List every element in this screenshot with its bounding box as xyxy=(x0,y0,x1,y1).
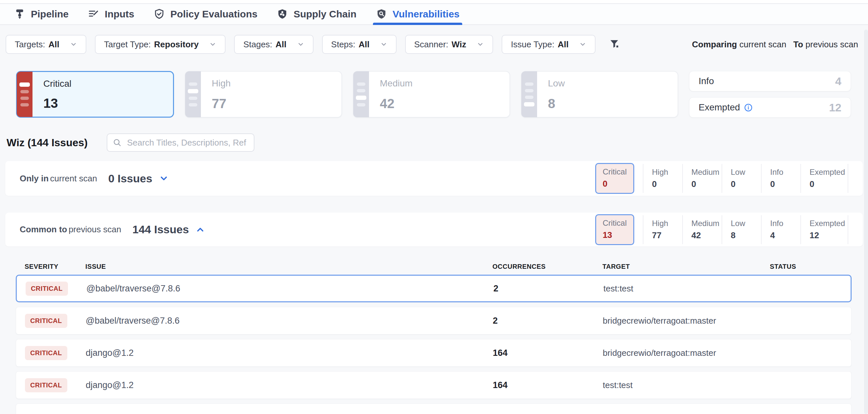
info-card-label: Info xyxy=(699,76,714,86)
comparing-scan: previous scan xyxy=(806,39,858,49)
chip-count: 0 xyxy=(731,179,761,189)
chip-medium[interactable]: Medium 0 xyxy=(682,164,721,193)
filter-value: All xyxy=(275,39,286,50)
severity-card-count: 77 xyxy=(212,96,335,111)
chip-exempted[interactable]: Exempted 12 xyxy=(800,215,848,244)
table-row[interactable]: CRITICAL @babel/traverse@7.8.6 2 test:te… xyxy=(16,275,851,302)
chip-critical[interactable]: Critical 13 xyxy=(595,214,634,245)
filter-stages[interactable]: Stages: All xyxy=(234,35,313,54)
tab-label: Supply Chain xyxy=(293,8,356,20)
col-severity: SEVERITY xyxy=(25,263,85,270)
filter-label: Stages: xyxy=(243,39,272,50)
comparing-to: To xyxy=(794,39,803,49)
filter-targets[interactable]: Targets: All xyxy=(6,35,86,54)
filter-label: Target Type: xyxy=(104,39,151,50)
filter-label: Scanner: xyxy=(414,39,448,50)
chip-info[interactable]: Info 4 xyxy=(761,215,800,244)
table-row-partial[interactable] xyxy=(16,404,851,414)
table-row[interactable]: CRITICAL @babel/traverse@7.8.6 2 bridgec… xyxy=(16,307,851,334)
supply-chain-icon xyxy=(276,8,288,20)
severity-card-critical[interactable]: Critical 13 xyxy=(16,71,174,118)
tab-inputs[interactable]: Inputs xyxy=(88,4,134,24)
severity-card-label: High xyxy=(212,78,335,89)
occurrences-cell: 2 xyxy=(493,284,603,294)
chip-info[interactable]: Info 0 xyxy=(761,164,800,193)
occurrences-cell: 164 xyxy=(493,348,603,358)
target-cell: test:test xyxy=(603,380,770,390)
chip-high[interactable]: High 0 xyxy=(643,164,682,193)
chip-low[interactable]: Low 8 xyxy=(721,215,761,244)
chip-high[interactable]: High 77 xyxy=(643,215,682,244)
col-occurrences: OCCURRENCES xyxy=(492,263,602,270)
chip-label: High xyxy=(652,168,682,177)
filter-steps[interactable]: Steps: All xyxy=(322,35,397,54)
issue-cell: django@1.2 xyxy=(86,380,493,390)
severity-card-medium[interactable]: Medium 42 xyxy=(353,71,510,118)
group-only-in-current-scan: Only in current scan 0 Issues Critical 0… xyxy=(5,161,863,196)
chip-label: Critical xyxy=(603,167,627,176)
occurrences-cell: 2 xyxy=(493,316,603,326)
filter-value: All xyxy=(49,39,59,50)
filter-scanner[interactable]: Scanner: Wiz xyxy=(405,35,493,54)
chip-count: 13 xyxy=(603,230,627,240)
chevron-down-icon xyxy=(297,41,304,48)
filter-value: All xyxy=(558,39,568,50)
exempted-card[interactable]: Exempted 12 xyxy=(689,97,851,118)
chip-count: 0 xyxy=(603,179,627,189)
col-target: TARGET xyxy=(602,263,770,270)
pipeline-icon xyxy=(14,8,26,20)
chip-medium[interactable]: Medium 42 xyxy=(682,215,721,244)
comparing-bold: Comparing xyxy=(692,39,737,49)
tab-bar: Pipeline Inputs Policy Evaluations Suppl… xyxy=(0,3,868,25)
filter-clear-icon[interactable] xyxy=(609,38,621,51)
filter-label: Issue Type: xyxy=(511,39,555,50)
tab-policy-evaluations[interactable]: Policy Evaluations xyxy=(153,4,257,24)
search-input[interactable] xyxy=(107,134,254,152)
table-row[interactable]: CRITICAL django@1.2 164 bridgecrewio/ter… xyxy=(16,339,851,367)
group-common-to-previous-scan: Common to previous scan 144 Issues Criti… xyxy=(5,213,863,246)
chip-exempted[interactable]: Exempted 0 xyxy=(800,164,848,193)
info-card[interactable]: Info 4 xyxy=(689,71,851,91)
chevron-down-icon[interactable] xyxy=(159,174,169,183)
chip-critical[interactable]: Critical 0 xyxy=(595,163,634,194)
filter-label: Steps: xyxy=(331,39,355,50)
severity-card-count: 8 xyxy=(548,96,671,111)
side-cards: Info 4 Exempted 12 xyxy=(689,71,851,118)
group-issue-count: 144 Issues xyxy=(132,223,189,236)
search-box xyxy=(107,134,254,152)
tab-pipeline[interactable]: Pipeline xyxy=(14,4,69,24)
severity-chips: Critical 0 High 0 Medium 0 Low 0 Info 0 … xyxy=(595,163,848,194)
chip-low[interactable]: Low 0 xyxy=(721,164,761,193)
severity-meter-icon xyxy=(185,71,201,117)
filter-target-type[interactable]: Target Type: Repository xyxy=(95,35,225,54)
chip-label: Low xyxy=(731,168,761,177)
chip-count: 0 xyxy=(652,179,682,189)
scrollbar[interactable] xyxy=(864,30,868,414)
occurrences-cell: 164 xyxy=(493,380,603,390)
chip-label: Medium xyxy=(691,219,721,228)
tab-vulnerabilities[interactable]: Vulnerabilities xyxy=(376,4,460,24)
severity-card-high[interactable]: High 77 xyxy=(185,71,342,118)
severity-card-label: Medium xyxy=(380,78,503,89)
severity-card-low[interactable]: Low 8 xyxy=(521,71,678,118)
chevron-down-icon xyxy=(477,41,484,48)
chip-label: Critical xyxy=(603,218,627,228)
group-issue-count: 0 Issues xyxy=(108,172,152,185)
chip-count: 0 xyxy=(770,179,800,189)
comparing-label: Comparing current scan To previous scan xyxy=(692,39,858,50)
table-row[interactable]: CRITICAL django@1.2 164 test:test xyxy=(16,371,851,399)
severity-badge: CRITICAL xyxy=(25,378,67,392)
filter-issue-type[interactable]: Issue Type: All xyxy=(502,35,595,54)
chevron-up-icon[interactable] xyxy=(195,225,205,235)
tab-supply-chain[interactable]: Supply Chain xyxy=(276,4,356,24)
info-icon[interactable] xyxy=(744,103,753,112)
severity-badge: CRITICAL xyxy=(25,346,67,360)
severity-meter-icon xyxy=(17,71,32,117)
table-header: SEVERITY ISSUE OCCURRENCES TARGET STATUS xyxy=(16,258,851,275)
severity-chips: Critical 13 High 77 Medium 42 Low 8 Info… xyxy=(595,214,848,245)
severity-card-count: 13 xyxy=(43,96,166,111)
severity-card-label: Low xyxy=(548,78,671,89)
top-strip xyxy=(0,0,868,3)
severity-meter-icon xyxy=(521,71,537,117)
info-card-count: 4 xyxy=(835,75,841,88)
